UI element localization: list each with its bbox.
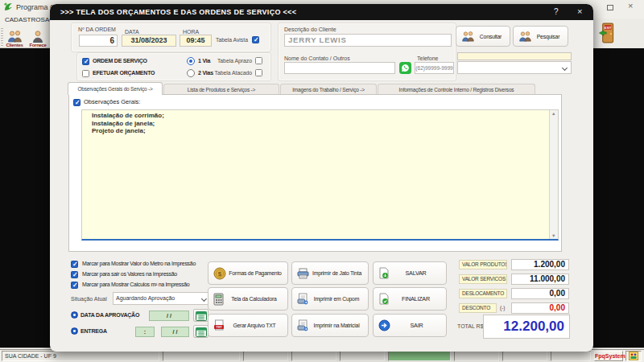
tabela-atacado-label: Tabela Atacado	[211, 70, 252, 76]
salvar-button[interactable]: SALVAR	[373, 261, 447, 285]
status-panel	[243, 351, 288, 361]
dialog-titlebar[interactable]: >>> TELA DOS ORÇAMENTOS E DAS ORDENS DE …	[50, 4, 593, 20]
order-type-group: ORDEM DE SERVIÇO EFETUAR ORÇAMENTO 1 Via…	[76, 52, 271, 81]
valor-produtos-field[interactable]: 1.200,00	[511, 259, 569, 270]
salvar-label: SALVAR	[389, 269, 446, 277]
time-label: HORA	[183, 29, 199, 35]
client-description-field[interactable]: JERRY LEWIS	[284, 34, 452, 47]
gerar-txt-button[interactable]: TXT Gerar Arquivo TXT	[208, 314, 288, 337]
toolbar-clientes-button[interactable]: Clientes	[3, 27, 26, 47]
contact-name-label: Nome do Contato / Outros	[284, 56, 350, 61]
save-page-icon	[378, 267, 389, 279]
tab-imagens[interactable]: Imagens do Trabalho / Serviço ->	[280, 84, 377, 95]
sair-button[interactable]: SAIR	[373, 314, 447, 337]
pesquisar-button[interactable]: Pesquisar	[513, 26, 568, 47]
consultar-button[interactable]: Consultar	[456, 26, 510, 47]
opt-sair-valores-label: Marcar para sair os Valores na Impressão	[82, 271, 177, 277]
imprimir-cupom-label: Imprimir em Cupom	[308, 296, 368, 302]
deslocamento-field[interactable]: 0,00	[511, 288, 569, 299]
observations-text: Instalação de corrimão; Instalação de ja…	[92, 112, 164, 135]
toolbar-fornecedores-label: Fornece	[29, 43, 46, 47]
ordem-servico-label: ORDEM DE SERVIÇO	[93, 58, 147, 64]
tab-controle-interno[interactable]: Informações de Controle Interno / Regist…	[378, 84, 535, 95]
aprovacao-calendar-button[interactable]	[193, 309, 208, 322]
exit-door-icon: EXIT	[597, 22, 615, 44]
tela-calculadora-button[interactable]: Tela da Calculadora	[208, 287, 288, 311]
entrega-calendar-button[interactable]	[193, 325, 208, 338]
chevron-down-icon	[201, 295, 207, 301]
main-close-icon[interactable]: ×	[628, 1, 633, 10]
toolbar-fornecedores-button[interactable]: Fornece	[27, 27, 49, 47]
opt-calculos-m2-checkbox[interactable]	[71, 282, 78, 289]
finalizar-button[interactable]: FINALIZAR	[373, 287, 447, 311]
aprovacao-date-field[interactable]: / /	[149, 311, 189, 321]
via1-label: 1 Via	[198, 58, 210, 64]
menu-cadastros[interactable]: CADASTROS	[5, 16, 45, 23]
consultar-label: Consultar	[475, 34, 510, 39]
desconto-field[interactable]: 0,00	[511, 302, 569, 314]
via1-radio[interactable]	[187, 57, 195, 65]
exit-arrow-icon	[378, 319, 390, 331]
coin-icon: $	[213, 267, 226, 280]
formas-pagamento-button[interactable]: $ Formas de Pagamento	[208, 261, 288, 285]
tabela-aprazo-checkbox[interactable]	[255, 57, 262, 64]
finalizar-label: FINALIZAR	[389, 295, 446, 302]
whatsapp-button[interactable]	[399, 62, 411, 74]
order-number-field[interactable]: 6	[79, 35, 118, 47]
phone-label: Telefone	[417, 56, 438, 61]
dialog-close-button[interactable]: ×	[577, 6, 582, 16]
via2-radio[interactable]	[187, 69, 195, 77]
tab-observacoes[interactable]: Observações Gerais do Serviço ->	[68, 82, 163, 95]
search-people-icon	[518, 31, 532, 42]
imprimir-jato-tinta-label: Imprimir de Jato Tinta	[309, 270, 368, 276]
status-panel	[340, 351, 385, 361]
opt-sair-valores-checkbox[interactable]	[71, 271, 78, 278]
imprimir-cupom-button[interactable]: Imprimir em Cupom	[291, 287, 369, 311]
status-brand-icon	[625, 351, 642, 361]
tabela-avista-checkbox[interactable]	[252, 36, 259, 43]
opt-calculos-m2-label: Marcar para Mostrar Calculos m² na Impre…	[82, 282, 189, 287]
tabela-avista-label: Tabela Avista	[216, 37, 248, 43]
contact-name-field[interactable]	[284, 62, 395, 74]
brand-mini-icon	[629, 352, 638, 360]
valor-servicos-field[interactable]: 11.000,00	[511, 274, 569, 285]
aprovacao-bullet-icon	[71, 311, 78, 319]
dialog-help-button[interactable]: ?	[554, 7, 559, 16]
ordem-servico-checkbox[interactable]	[82, 58, 89, 65]
situacao-label: Situação Atual	[71, 296, 107, 302]
order-number-label: Nº DA ORDEM	[78, 27, 116, 32]
imprimir-matricial-button[interactable]: Imprimir na Matricial	[291, 314, 369, 337]
tab-produtos-servicos[interactable]: Lista de Produtos e Serviços ->	[163, 84, 279, 95]
opt-valor-metro-label: Marcar para Mostrar Valor do Metro na Im…	[82, 261, 196, 266]
textarea-scrollbar[interactable]	[549, 110, 558, 239]
situacao-value: Aguardando Aprovação	[116, 295, 175, 301]
toolbar-exit-button[interactable]: EXIT	[597, 22, 615, 46]
observacoes-gerais-checkbox[interactable]	[73, 99, 80, 106]
maximize-icon[interactable]	[607, 5, 613, 10]
printer-icon	[297, 268, 309, 279]
entrega-time-field[interactable]: :	[135, 327, 155, 337]
phone-field[interactable]: (62)99999-9999	[415, 62, 454, 74]
situacao-dropdown[interactable]: Aguardando Aprovação	[113, 292, 211, 305]
sair-label: SAIR	[390, 322, 446, 329]
imprimir-matricial-label: Imprimir na Matricial	[308, 323, 368, 328]
print-page-icon	[297, 293, 308, 305]
status-panel	[454, 351, 499, 361]
date-label: DATA	[125, 29, 139, 35]
status-panel	[163, 351, 240, 361]
aux-yellow-field[interactable]	[457, 52, 572, 60]
efetuar-orcamento-checkbox[interactable]	[82, 70, 89, 77]
opt-valor-metro-checkbox[interactable]	[71, 261, 78, 268]
toolbar-clientes-label: Clientes	[6, 43, 23, 47]
tabela-atacado-checkbox[interactable]	[255, 69, 262, 76]
entrega-date-field[interactable]: / /	[161, 327, 189, 337]
status-panel	[551, 351, 591, 361]
total-field: 12.200,00	[483, 315, 570, 339]
tela-calculadora-label: Tela da Calculadora	[224, 296, 287, 302]
calendar-icon	[196, 327, 207, 337]
imprimir-jato-tinta-button[interactable]: Imprimir de Jato Tinta	[291, 261, 369, 285]
time-field[interactable]: 09:45	[180, 35, 212, 47]
date-field[interactable]: 31/08/2023	[122, 35, 176, 47]
observations-textarea[interactable]: Instalação de corrimão; Instalação de ja…	[81, 109, 559, 241]
aux-dropdown[interactable]	[457, 61, 572, 74]
